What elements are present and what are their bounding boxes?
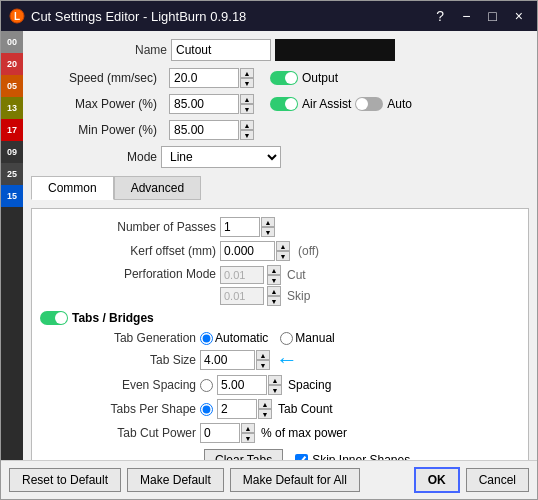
tab-cut-power-down[interactable]: ▼ [241, 433, 255, 443]
perf2-up[interactable]: ▲ [267, 286, 281, 296]
auto-label: Auto [387, 97, 412, 111]
max-power-input[interactable] [169, 94, 239, 114]
spacing-radio-input[interactable] [200, 379, 213, 392]
passes-input-group: ▲ ▼ [220, 217, 275, 237]
color-preview [275, 39, 395, 61]
passes-input[interactable] [220, 217, 260, 237]
tabs-section-header: Tabs / Bridges [40, 311, 520, 325]
tabs-per-shape-radio-input[interactable] [200, 403, 213, 416]
tab-size-input[interactable] [200, 350, 255, 370]
maximize-button[interactable]: □ [482, 9, 502, 23]
air-assist-toggle[interactable] [270, 97, 298, 111]
name-label: Name [31, 43, 171, 57]
tabs-per-shape-input-group: ▲ ▼ [217, 399, 272, 419]
radio-automatic-input[interactable] [200, 332, 213, 345]
window: L Cut Settings Editor - LightBurn 0.9.18… [0, 0, 538, 500]
layer-05[interactable]: 05 [1, 75, 23, 97]
tabs-per-shape-row: Tabs Per Shape ▲ ▼ Tab Count [40, 399, 520, 419]
even-spacing-label: Even Spacing [40, 378, 200, 392]
make-default-button[interactable]: Make Default [127, 468, 224, 492]
min-power-row: Min Power (%) ▲ ▼ [31, 120, 529, 140]
skip-inner-label: Skip Inner Shapes [312, 453, 410, 460]
even-spacing-up[interactable]: ▲ [268, 375, 282, 385]
speed-spinner: ▲ ▼ [240, 68, 254, 88]
skip-inner-checkbox[interactable] [295, 454, 308, 461]
min-power-down[interactable]: ▼ [240, 130, 254, 140]
of-max-power-label: % of max power [261, 426, 347, 440]
kerf-input[interactable] [220, 241, 275, 261]
bottom-bar: Reset to Default Make Default Make Defau… [1, 460, 537, 499]
tabs-enable-toggle[interactable] [40, 311, 68, 325]
minimize-button[interactable]: − [456, 9, 476, 23]
layer-00[interactable]: 00 [1, 31, 23, 53]
perf-input-2[interactable] [220, 287, 264, 305]
radio-automatic[interactable]: Automatic [200, 331, 268, 345]
layer-20[interactable]: 20 [1, 53, 23, 75]
layer-25[interactable]: 25 [1, 163, 23, 185]
tab-generation-radios: Automatic Manual [200, 331, 335, 345]
tab-cut-power-row: Tab Cut Power ▲ ▼ % of max power [40, 423, 520, 443]
layer-13[interactable]: 13 [1, 97, 23, 119]
even-spacing-input[interactable] [217, 375, 267, 395]
spacing-radio[interactable] [200, 379, 213, 392]
close-button[interactable]: × [509, 9, 529, 23]
perforation-block: ▲ ▼ Cut ▲ ▼ Skip [220, 265, 310, 307]
even-spacing-down[interactable]: ▼ [268, 385, 282, 395]
auto-toggle[interactable] [355, 97, 383, 111]
output-label: Output [302, 71, 338, 85]
kerf-down[interactable]: ▼ [276, 251, 290, 261]
speed-label: Speed (mm/sec) [31, 71, 161, 85]
tab-size-up[interactable]: ▲ [256, 350, 270, 360]
radio-manual[interactable]: Manual [280, 331, 334, 345]
max-power-spinner: ▲ ▼ [240, 94, 254, 114]
tabs-per-shape-input[interactable] [217, 399, 257, 419]
tab-size-row: Tab Size ▲ ▼ ← [40, 349, 520, 371]
min-power-up[interactable]: ▲ [240, 120, 254, 130]
tab-cut-power-input[interactable] [200, 423, 240, 443]
output-toggle[interactable] [270, 71, 298, 85]
tab-size-down[interactable]: ▼ [256, 360, 270, 370]
perf1-down[interactable]: ▼ [267, 275, 281, 285]
passes-down[interactable]: ▼ [261, 227, 275, 237]
clear-tabs-row: Clear Tabs Skip Inner Shapes [40, 449, 520, 460]
mode-select[interactable]: Line Fill Offset Fill [161, 146, 281, 168]
tab-generation-label: Tab Generation [40, 331, 200, 345]
mode-label: Mode [31, 150, 161, 164]
clear-tabs-button[interactable]: Clear Tabs [204, 449, 283, 460]
max-power-up[interactable]: ▲ [240, 94, 254, 104]
tabs-per-shape-down[interactable]: ▼ [258, 409, 272, 419]
kerf-up[interactable]: ▲ [276, 241, 290, 251]
layer-15[interactable]: 15 [1, 185, 23, 207]
content-area: 00 20 05 13 17 09 25 15 Name Speed (mm/s… [1, 31, 537, 460]
svg-text:L: L [14, 11, 20, 22]
help-button[interactable]: ? [430, 9, 450, 23]
speed-row: Speed (mm/sec) ▲ ▼ Output [31, 68, 529, 88]
even-spacing-row: Even Spacing ▲ ▼ Spacing [40, 375, 520, 395]
tab-cut-power-up[interactable]: ▲ [241, 423, 255, 433]
perf-val-2: ▲ ▼ Skip [220, 286, 310, 306]
name-input[interactable] [171, 39, 271, 61]
max-power-down[interactable]: ▼ [240, 104, 254, 114]
ok-button[interactable]: OK [414, 467, 460, 493]
tabs-per-shape-radio[interactable] [200, 403, 213, 416]
perf1-up[interactable]: ▲ [267, 265, 281, 275]
speed-input[interactable] [169, 68, 239, 88]
tab-common[interactable]: Common [31, 176, 114, 200]
passes-up[interactable]: ▲ [261, 217, 275, 227]
tabs-per-shape-up[interactable]: ▲ [258, 399, 272, 409]
perf-input-1[interactable] [220, 266, 264, 284]
perf2-down[interactable]: ▼ [267, 296, 281, 306]
tab-cut-power-input-group: ▲ ▼ [200, 423, 255, 443]
tab-size-input-group: ▲ ▼ [200, 350, 270, 370]
min-power-input[interactable] [169, 120, 239, 140]
speed-down[interactable]: ▼ [240, 78, 254, 88]
reset-to-default-button[interactable]: Reset to Default [9, 468, 121, 492]
titlebar: L Cut Settings Editor - LightBurn 0.9.18… [1, 1, 537, 31]
make-default-all-button[interactable]: Make Default for All [230, 468, 360, 492]
layer-09[interactable]: 09 [1, 141, 23, 163]
layer-17[interactable]: 17 [1, 119, 23, 141]
cancel-button[interactable]: Cancel [466, 468, 529, 492]
radio-manual-input[interactable] [280, 332, 293, 345]
tab-advanced[interactable]: Advanced [114, 176, 201, 200]
speed-up[interactable]: ▲ [240, 68, 254, 78]
